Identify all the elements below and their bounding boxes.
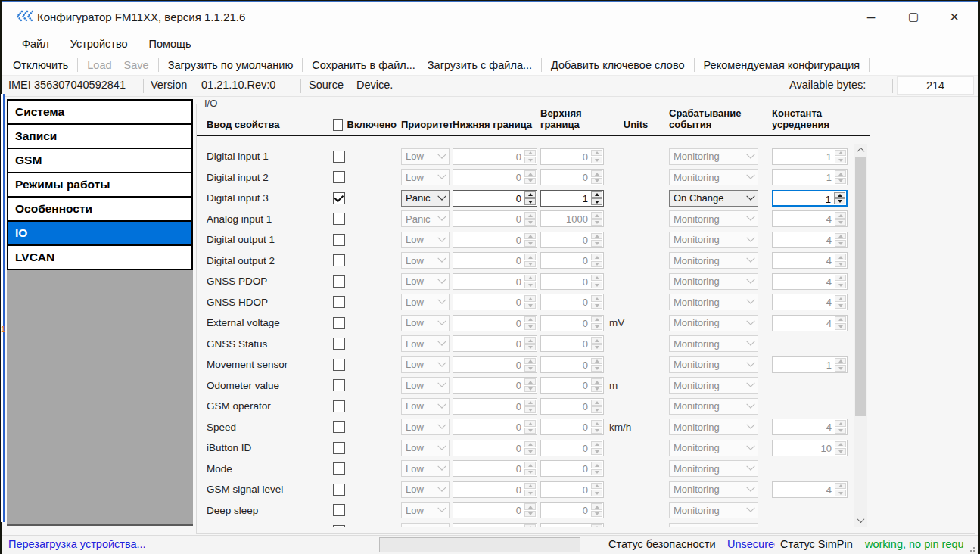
vertical-scrollbar[interactable]	[854, 144, 867, 527]
scroll-up-icon[interactable]	[854, 144, 867, 157]
maximize-button[interactable]: ▢	[896, 2, 931, 32]
row-enabled-checkbox[interactable]	[333, 504, 345, 516]
status-bar: Перезагрузка устройства... Статус безопа…	[2, 535, 978, 554]
spin-up-button	[835, 358, 846, 365]
avg-constant-input[interactable]: 1	[772, 190, 848, 207]
sidebar-item-gsm[interactable]: GSM	[7, 148, 193, 173]
spin-up-button	[591, 337, 602, 344]
min-value: 0	[453, 149, 524, 164]
device-info-bar: IMEI 356307040592841 Version 01.21.10.Re…	[2, 75, 978, 96]
spin-down-button[interactable]	[834, 198, 845, 204]
event-select: Monitoring	[669, 398, 758, 415]
sidebar-item-system[interactable]: Система	[7, 99, 193, 125]
priority-value: Low	[406, 234, 424, 245]
chevron-down-icon	[746, 316, 754, 325]
toolbar-button-save-to-file[interactable]: Сохранить в файл...	[306, 59, 421, 71]
scroll-down-icon[interactable]	[854, 514, 867, 527]
row-enabled-checkbox[interactable]	[333, 442, 345, 454]
menu-item-help[interactable]: Помощь	[149, 38, 191, 50]
row-enabled-checkbox[interactable]	[333, 400, 345, 412]
min-value-input: 0	[453, 315, 537, 331]
spin-up-button[interactable]	[834, 192, 845, 198]
min-value-input[interactable]: 0	[453, 190, 537, 207]
spin-up-button[interactable]	[591, 191, 602, 198]
priority-select: Low	[401, 169, 450, 185]
row-enabled-checkbox[interactable]	[333, 338, 345, 350]
chevron-down-icon	[437, 275, 446, 283]
resize-grip[interactable]	[966, 543, 975, 552]
row-property-label: Digital output 1	[207, 229, 331, 251]
max-value: 0	[541, 316, 590, 331]
enable-all-checkbox[interactable]	[333, 119, 343, 131]
spin-up-button	[835, 233, 846, 240]
max-value: 0	[541, 419, 590, 434]
sidebar-item-work-modes[interactable]: Режимы работы	[7, 172, 193, 198]
toolbar-button-add-keyword[interactable]: Добавить ключевое слово	[545, 59, 691, 71]
row-enabled-checkbox[interactable]	[333, 317, 345, 329]
row-enabled-checkbox[interactable]	[333, 213, 345, 225]
event-value: Monitoring	[674, 400, 720, 412]
row-enabled-checkbox[interactable]	[333, 296, 345, 308]
spin-down-button	[524, 365, 536, 372]
row-property-label: Analog input 1	[207, 209, 331, 230]
version-value: 01.21.10.Rev:0	[201, 79, 275, 91]
event-select: Monitoring	[669, 210, 758, 227]
header-units: Units	[607, 119, 669, 130]
event-value: Monitoring	[674, 317, 720, 328]
spin-up-button	[835, 254, 846, 260]
event-select[interactable]: On Change	[669, 190, 758, 207]
table-row: Digital output 2 Low 0 0	[197, 251, 870, 272]
spin-up-button	[591, 170, 602, 177]
event-value: Monitoring	[674, 380, 720, 391]
row-enabled-checkbox[interactable]	[333, 171, 345, 183]
close-button[interactable]: ×	[937, 2, 972, 32]
toolbar-button-load-defaults[interactable]: Загрузить по умолчанию	[162, 59, 300, 71]
scrollbar-thumb[interactable]	[855, 157, 866, 416]
spin-up-button	[591, 462, 602, 468]
sidebar-item-lvcan[interactable]: LVCAN	[7, 244, 193, 270]
menu-item-device[interactable]: Устройство	[70, 38, 128, 50]
chevron-down-icon	[746, 462, 754, 471]
minimize-button[interactable]: –	[854, 2, 888, 32]
row-enabled-checkbox[interactable]	[333, 192, 345, 204]
sidebar-item-records[interactable]: Записи	[7, 123, 193, 149]
row-enabled-checkbox[interactable]	[333, 254, 345, 266]
toolbar-button-disconnect[interactable]: Отключить	[7, 59, 74, 71]
row-enabled-checkbox[interactable]	[333, 275, 345, 288]
row-enabled-checkbox[interactable]	[333, 151, 345, 163]
row-enabled-checkbox[interactable]	[333, 421, 345, 433]
min-value: 0	[453, 232, 524, 247]
menu-item-file[interactable]: Файл	[22, 38, 49, 50]
chevron-down-icon	[746, 171, 754, 179]
max-value-input[interactable]: 1	[540, 190, 604, 207]
sidebar-item-io[interactable]: IO	[7, 220, 193, 246]
priority-select: Low	[401, 460, 450, 477]
max-value-input: 0	[540, 273, 604, 290]
sidebar-item-features[interactable]: Особенности	[7, 196, 193, 222]
min-value: 0	[453, 191, 524, 206]
event-select: Monitoring	[669, 377, 758, 394]
spin-down-button	[835, 219, 846, 226]
row-enabled-checkbox[interactable]	[333, 525, 345, 527]
spin-down-button	[591, 157, 602, 163]
security-status-value: Unsecured	[727, 538, 775, 550]
chevron-down-icon	[746, 504, 754, 512]
row-enabled-checkbox[interactable]	[333, 462, 345, 475]
spin-up-button	[591, 275, 602, 282]
spin-down-button[interactable]	[524, 198, 536, 205]
spin-down-button[interactable]	[591, 198, 602, 205]
max-value: 1	[541, 191, 590, 206]
toolbar-button-load-from-file[interactable]: Загрузить с файла...	[422, 59, 538, 71]
table-row: External voltage Low 0 0	[197, 313, 870, 334]
version-label: Version	[151, 79, 187, 91]
row-enabled-checkbox[interactable]	[333, 484, 345, 496]
spin-up-button[interactable]	[524, 191, 536, 198]
spin-down-button	[835, 428, 846, 434]
spin-down-button	[524, 219, 536, 226]
row-enabled-checkbox[interactable]	[333, 234, 345, 246]
row-enabled-checkbox[interactable]	[333, 359, 345, 371]
toolbar-button-recommended-config[interactable]: Рекомендуемая конфигурация	[698, 59, 866, 71]
spin-down-button	[591, 511, 602, 518]
row-enabled-checkbox[interactable]	[333, 379, 345, 391]
priority-select[interactable]: Panic	[401, 190, 450, 207]
